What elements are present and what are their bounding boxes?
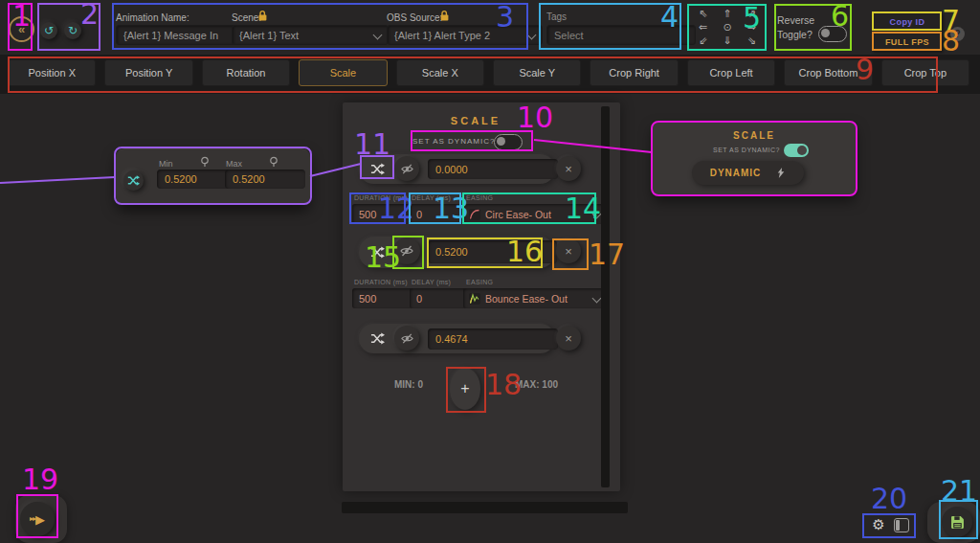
chevron-down-icon [592,210,602,219]
vertical-scrollbar[interactable] [601,106,610,487]
anchor-down-icon[interactable]: ⇓ [715,34,739,48]
toggle-knob [497,137,505,146]
tab-scale-y[interactable]: Scale Y [493,59,581,86]
tags-label: Tags [546,11,567,22]
randomize-button[interactable] [367,328,388,349]
full-fps-button[interactable]: FULL FPS [872,33,943,52]
pin-icon [269,156,278,168]
tab-crop-right[interactable]: Crop Right [590,59,678,86]
tab-scale[interactable]: Scale [299,59,387,86]
pin-icon [200,156,210,168]
randomize-button[interactable] [123,170,144,191]
keyframe-value-input[interactable]: 0.5200 [428,240,557,263]
easing-select[interactable]: Bounce Ease- Out [463,288,606,308]
min-label: MIN: 0 [394,379,423,390]
shuffle-icon [370,331,385,346]
scale-property-panel: SCALE SET AS DYNAMIC? 0.0000 [343,102,620,491]
anchor-down-right-icon[interactable]: ⇘ [740,34,764,48]
redo-icon: ↻ [68,25,78,36]
set-as-dynamic-toggle-on[interactable] [784,144,809,157]
duration-input[interactable]: 500 [352,288,418,308]
undo-icon: ↺ [44,25,54,36]
annotation-number-2: 2 [80,0,99,29]
animation-editor-app: « ↺ ↻ Animation Name: {Alert 1} Message … [0,0,980,543]
anchor-right-icon[interactable]: ⇒ [740,21,764,34]
eye-off-icon [399,243,414,259]
anchor-down-left-icon[interactable]: ⇙ [691,34,715,48]
undo-button[interactable]: ↺ [40,22,57,39]
animation-name-label: Animation Name: [116,12,189,23]
max-value-input[interactable]: 0.5200 [225,170,305,189]
animation-name-input[interactable]: {Alert 1} Message In [116,25,238,45]
tab-scale-x[interactable]: Scale X [396,59,484,86]
property-tab-strip: Position X Position Y Rotation Scale Sca… [0,55,980,94]
easing-label: EASING [466,194,493,201]
horizontal-scrollbar[interactable] [342,502,628,513]
sidebar-layout-icon [894,518,909,532]
tab-position-x[interactable]: Position X [8,59,96,86]
visibility-button[interactable] [393,238,420,264]
reverse-toggle-switch[interactable] [818,26,847,42]
chevron-down-icon [373,31,383,40]
shuffle-icon [370,245,385,260]
tags-placeholder: Select [554,30,584,41]
visibility-button[interactable] [394,156,419,181]
anchor-left-icon[interactable]: ⇐ [691,21,715,34]
randomize-button[interactable] [367,241,388,262]
shuffle-icon [127,174,140,187]
redo-button[interactable]: ↻ [64,22,81,39]
question-mark-icon: ? [954,29,960,39]
scene-select[interactable]: {Alert 1} Text [232,25,389,45]
chevron-down-icon [592,294,602,304]
anchor-up-right-icon[interactable]: ⇗ [740,8,764,21]
obs-source-value: {Alert 1} Alert Type 2 [394,30,490,41]
dynamic-preview-popover: SCALE SET AS DYNAMIC? DYNAMIC [653,123,856,195]
set-as-dynamic-toggle[interactable] [494,134,523,150]
tags-select[interactable]: Select [546,25,696,45]
shuffle-icon [370,162,385,176]
layout-toggle-button[interactable] [894,518,909,532]
duration-label: DURATION (ms) [354,279,408,285]
anchor-center-icon[interactable]: ⊙ [715,21,739,34]
remove-keyframe-button[interactable]: × [556,326,581,351]
tab-position-y[interactable]: Position Y [104,59,192,86]
copy-id-button[interactable]: Copy ID [872,12,943,32]
expand-sidebar-button[interactable]: ▸▸ ▶ [20,502,55,536]
anchor-up-icon[interactable]: ⇑ [715,8,739,21]
easing-select[interactable]: Circ Ease- Out [463,204,606,224]
easing-curve-icon [469,293,480,305]
visibility-button[interactable] [394,326,419,351]
popover-title: SCALE [653,130,856,141]
eye-off-icon [400,331,414,346]
save-button[interactable] [942,507,972,537]
plus-icon: + [460,380,469,397]
add-keyframe-button[interactable]: + [450,368,480,410]
keyframe-value-input[interactable]: 0.4674 [428,328,558,350]
animation-name-value: {Alert 1} Message In [123,30,218,41]
dynamic-button[interactable]: DYNAMIC [692,161,804,185]
tab-rotation[interactable]: Rotation [202,59,290,86]
scene-lock-icon [257,10,268,22]
max-label: MAX: 100 [515,379,558,390]
toggle-knob [821,29,830,37]
tab-crop-bottom[interactable]: Crop Bottom [784,59,872,86]
tab-crop-top[interactable]: Crop Top [881,59,969,86]
settings-button[interactable]: ⚙ [869,516,888,533]
remove-keyframe-button[interactable]: × [556,156,581,181]
copy-id-label: Copy ID [890,17,925,27]
collapse-menu-button[interactable]: « [9,16,34,42]
min-field-label: Min [159,159,173,169]
anchor-up-left-icon[interactable]: ⇖ [691,8,715,21]
help-button[interactable]: ? [950,27,965,41]
delay-label: DELAY (ms) [412,279,451,285]
keyframe-value-input[interactable]: 0.0000 [428,159,558,179]
anchor-point-grid[interactable]: ⇖ ⇑ ⇗ ⇐ ⊙ ⇒ ⇙ ⇓ ⇘ [691,8,764,48]
randomize-button[interactable] [367,158,388,179]
duration-input[interactable]: 500 [352,204,418,224]
tab-crop-left[interactable]: Crop Left [687,59,775,86]
full-fps-label: FULL FPS [885,37,929,47]
obs-source-select[interactable]: {Alert 1} Alert Type 2 [387,25,543,45]
duration-label: DURATION (ms) [354,194,408,201]
annotation-number-20: 20 [871,485,907,513]
remove-keyframe-button[interactable]: × [556,238,581,263]
